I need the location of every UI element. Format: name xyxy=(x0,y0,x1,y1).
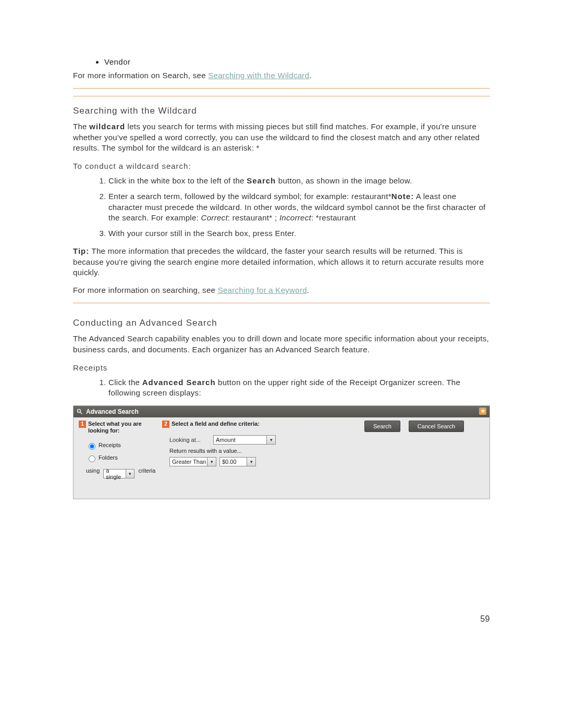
s2-a: Enter a search term, followed by the wil… xyxy=(108,192,391,201)
favorite-icon[interactable]: ★ xyxy=(479,408,486,415)
s1-b: Search xyxy=(247,176,276,185)
radio-receipts-input[interactable] xyxy=(89,443,95,450)
chevron-down-icon: ▾ xyxy=(126,470,134,478)
cancel-search-button[interactable]: Cancel Search xyxy=(409,421,464,432)
operator-select[interactable]: Greater Than ▾ xyxy=(169,457,216,466)
tip-text: The more information that precedes the w… xyxy=(73,246,484,277)
value-input[interactable]: $0.00 ▾ xyxy=(219,457,256,466)
tip-para: Tip: The more information that precedes … xyxy=(73,246,490,278)
s2-incorrect-lbl: Incorrect xyxy=(279,213,311,222)
step-2: Enter a search term, followed by the wil… xyxy=(108,191,490,223)
chevron-down-icon: ▾ xyxy=(247,458,255,466)
more-info-line: For more information on searching, see S… xyxy=(73,285,490,295)
wildcard-para-rest: lets you search for terms with missing p… xyxy=(73,122,480,152)
advanced-search-titlebar: Advanced Search ★ xyxy=(74,406,489,417)
advanced-intro: The Advanced Search capability enables y… xyxy=(73,334,490,355)
step1-column: 1Select what you are looking for: Receip… xyxy=(79,421,162,478)
using-suffix: criteria xyxy=(138,467,155,474)
heading-advanced: Conducting an Advanced Search xyxy=(73,318,490,328)
advanced-steps: Click the Advanced Search button on the … xyxy=(73,377,490,399)
step-1: Click in the white box to the left of th… xyxy=(108,176,490,186)
looking-at-label: Looking at... xyxy=(169,437,210,443)
more-prefix: For more information on searching, see xyxy=(73,286,218,294)
radio-receipts-label: Receipts xyxy=(99,441,121,448)
using-select-value: a single xyxy=(106,467,125,480)
wildcard-para: The wildcard lets you search for terms w… xyxy=(73,121,490,153)
search-button[interactable]: Search xyxy=(364,421,400,432)
page-number: 59 xyxy=(480,614,490,624)
divider xyxy=(73,88,490,89)
chevron-down-icon: ▾ xyxy=(266,436,275,444)
criteria-fields: Looking at... Amount ▾ Return results wi… xyxy=(169,435,349,466)
looking-at-value: Amount xyxy=(216,437,236,443)
wildcard-para-bold: wildcard xyxy=(89,122,125,131)
step-3: With your cursor still in the Search box… xyxy=(108,228,490,239)
s2-note: Note: xyxy=(391,192,414,201)
s2-incorrect-val: : *restaurant xyxy=(311,213,356,222)
adv-s1-b: Advanced Search xyxy=(142,378,216,387)
radio-folders-label: Folders xyxy=(99,454,118,460)
heading-wildcard: Searching with the Wildcard xyxy=(73,106,490,116)
using-select[interactable]: a single ▾ xyxy=(103,469,134,478)
radio-folders[interactable]: Folders xyxy=(86,454,162,462)
advanced-search-window: Advanced Search ★ 1Select what you are l… xyxy=(73,405,490,499)
more-suffix: . xyxy=(307,286,309,294)
looking-at-row: Looking at... Amount ▾ xyxy=(169,435,349,445)
search-icon xyxy=(77,409,83,415)
svg-point-0 xyxy=(78,410,81,413)
advanced-search-body: 1Select what you are looking for: Receip… xyxy=(74,417,489,481)
step1-label: Select what you are looking for: xyxy=(88,421,151,434)
using-row: using a single ▾ criteria xyxy=(86,467,162,478)
adv-step-1: Click the Advanced Search button on the … xyxy=(108,377,490,399)
info-line: For more information on Search, see Sear… xyxy=(73,70,490,81)
step1-badge: 1 xyxy=(79,421,86,428)
info-suffix: . xyxy=(309,71,311,80)
s2-correct-val: : restaurant* ; xyxy=(228,213,279,222)
value-input-value: $0.00 xyxy=(222,459,237,465)
subheading-receipts: Receipts xyxy=(73,363,490,372)
divider xyxy=(73,96,490,96)
advanced-search-title: Advanced Search xyxy=(86,408,139,415)
link-keyword[interactable]: Searching for a Keyword xyxy=(218,286,307,294)
document-page: Vendor For more information on Search, s… xyxy=(0,0,563,728)
radio-group: Receipts Folders xyxy=(86,441,162,462)
adv-s1-a: Click the xyxy=(108,378,142,387)
wildcard-para-prefix: The xyxy=(73,122,89,131)
radio-folders-input[interactable] xyxy=(89,455,95,462)
svg-line-1 xyxy=(80,412,82,414)
chevron-down-icon: ▾ xyxy=(207,458,216,466)
s1-a: Click in the white box to the left of th… xyxy=(108,176,247,185)
return-results-label: Return results with a value... xyxy=(169,448,242,454)
operator-value: Greater Than xyxy=(172,459,206,465)
value-row: Greater Than ▾ $0.00 ▾ xyxy=(169,457,349,466)
return-results-row: Return results with a value... xyxy=(169,448,349,454)
step2-label: Select a field and define criteria: xyxy=(172,421,260,427)
bullet-list: Vendor xyxy=(73,57,490,66)
info-prefix: For more information on Search, see xyxy=(73,71,208,80)
radio-receipts[interactable]: Receipts xyxy=(86,441,162,450)
step2-column: 2Select a field and define criteria: Loo… xyxy=(162,421,349,470)
tip-label: Tip: xyxy=(73,246,89,255)
s1-c: button, as shown in the image below. xyxy=(276,176,412,185)
bullet-item-vendor: Vendor xyxy=(104,57,490,66)
button-column: Search Cancel Search xyxy=(364,421,484,432)
subheading-conduct: To conduct a wildcard search: xyxy=(73,162,490,170)
divider xyxy=(73,303,490,303)
looking-at-select[interactable]: Amount ▾ xyxy=(213,435,276,445)
link-wildcard[interactable]: Searching with the Wildcard xyxy=(208,71,309,80)
step2-badge: 2 xyxy=(162,421,169,428)
s2-correct-lbl: Correct xyxy=(201,213,228,222)
wildcard-steps: Click in the white box to the left of th… xyxy=(73,176,490,239)
using-prefix: using xyxy=(86,467,100,474)
